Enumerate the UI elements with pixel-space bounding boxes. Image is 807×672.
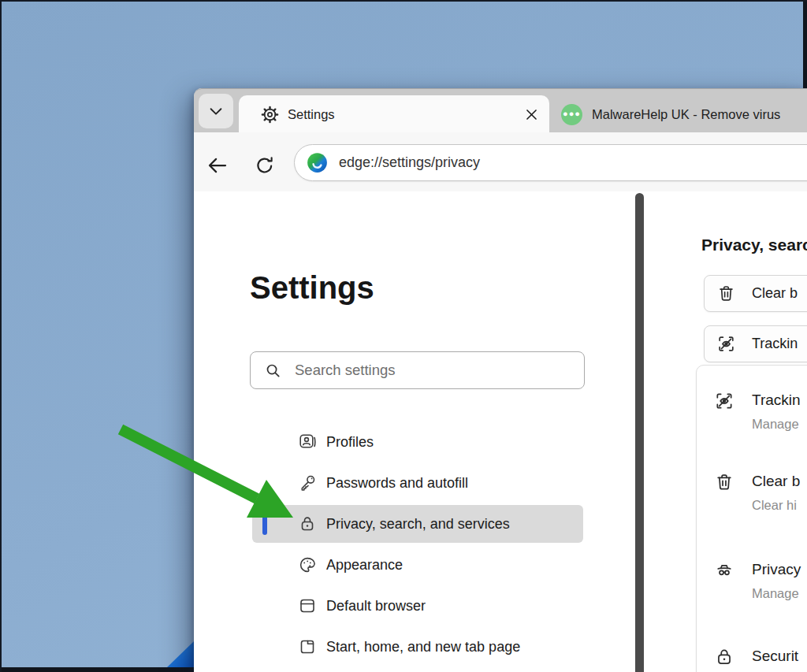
sidebar-item-label: Start, home, and new tab page [326,628,520,666]
refresh-icon [254,154,276,176]
lock-icon [298,514,317,533]
url-text: edge://settings/privacy [339,154,480,171]
sidebar-item-default-browser[interactable]: Default browser [252,587,583,625]
button-label: Clear b [752,285,798,302]
clear-browsing-data-button[interactable]: Clear b [704,275,807,312]
browser-window-icon [298,596,317,615]
sidebar-item-profiles[interactable]: Profiles [252,423,583,461]
card-row-subtitle: Clear hi [752,498,797,513]
close-icon [524,107,539,122]
sidebar-item-privacy[interactable]: Privacy, search, and services [252,505,583,543]
sidebar-item-label: Profiles [326,423,374,461]
back-button[interactable] [205,153,230,178]
new-tab-page-icon [298,637,317,656]
green-dots-favicon: ●●● [561,104,582,125]
card-row-subtitle: Manage [752,417,799,432]
address-bar[interactable]: edge://settings/privacy [294,144,807,181]
desktop-wallpaper-shape [167,641,194,667]
selected-indicator [262,513,267,535]
card-row-title: Trackin [752,392,801,409]
sidebar-item-passwords[interactable]: Passwords and autofill [252,464,583,502]
lock-icon [714,647,734,667]
card-row-title: Clear b [752,473,800,490]
sidebar-item-appearance[interactable]: Appearance [252,546,583,584]
settings-search [250,351,585,389]
gear-icon [260,105,280,124]
settings-nav-list: Profiles Passwords and autofill [252,423,583,669]
navigation-bar: edge://settings/privacy [194,132,807,191]
key-icon [298,473,317,492]
tab-close-button[interactable] [519,102,543,126]
search-input[interactable] [293,361,584,380]
screenshot-root: Settings ●●● MalwareHelp UK - Remove vir… [0,0,807,672]
tab-title: MalwareHelp UK - Remove virus [592,107,780,122]
tab-title: Settings [288,107,335,122]
privacy-settings-card: Trackin Manage Clear b Clear hi [696,365,807,672]
card-row-title: Privacy [752,561,801,578]
chevron-down-icon [207,102,225,120]
tab-strip: Settings ●●● MalwareHelp UK - Remove vir… [194,88,807,132]
incognito-icon [714,560,734,581]
tab-actions-menu-button[interactable] [199,94,233,128]
trash-icon [716,284,736,303]
profile-card-icon [298,433,317,451]
palette-icon [298,555,317,574]
card-row-subtitle: Manage [752,586,799,601]
sidebar-item-label: Privacy, search, and services [326,505,510,543]
back-arrow-icon [206,154,229,177]
sidebar-item-label: Passwords and autofill [326,464,468,502]
browser-window: Settings ●●● MalwareHelp UK - Remove vir… [194,88,807,672]
edge-logo-icon [307,152,328,173]
sidebar-item-label: Default browser [326,587,426,625]
tab-malwarehelp[interactable]: ●●● MalwareHelp UK - Remove virus [550,95,807,133]
card-row-title: Securit [752,648,798,665]
tracking-prevention-icon [716,334,736,354]
search-icon [264,362,282,380]
sidebar-item-start-home[interactable]: Start, home, and new tab page [252,628,583,666]
sidebar-item-label: Appearance [326,546,403,584]
settings-page: Settings Profiles [194,191,807,672]
trash-icon [714,472,734,492]
section-heading: Privacy, searc [701,236,807,254]
tracking-prevention-icon [714,391,734,411]
tracking-prevention-button[interactable]: Trackin [704,325,807,362]
page-title: Settings [250,270,374,306]
page-scrollbar[interactable] [635,193,644,672]
button-label: Trackin [752,336,798,352]
tab-settings[interactable]: Settings [239,95,549,133]
refresh-button[interactable] [252,153,277,178]
